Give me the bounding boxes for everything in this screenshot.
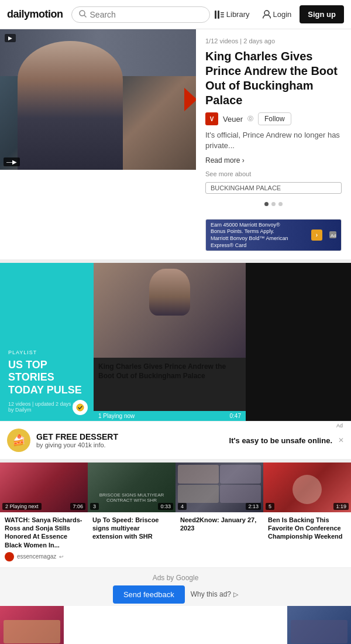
logo: dailymotion bbox=[7, 8, 63, 20]
ad-unsafe-text: It's easy to be unsafe online. bbox=[229, 436, 332, 445]
ad-text-2: Bonus Points. Terms Apply. bbox=[211, 228, 307, 235]
video-title-4: Ben Is Backing This Favorite On Conferen… bbox=[268, 516, 346, 541]
video-grid-section: 2 Playing next 7:06 WATCH: Sanya Richard… bbox=[0, 463, 351, 567]
video-num-4: 5 bbox=[266, 503, 274, 510]
svg-rect-6 bbox=[221, 16, 224, 18]
svg-point-10 bbox=[77, 404, 84, 411]
video-duration-4: 1:19 bbox=[333, 503, 349, 510]
svg-rect-5 bbox=[221, 14, 224, 15]
video-grid: 2 Playing next 7:06 WATCH: Sanya Richard… bbox=[0, 463, 351, 567]
video-cell-3[interactable]: 4 2:13 Need2Know: January 27, 2023 bbox=[176, 463, 263, 567]
playing-badge: 1 Playing now 0:47 bbox=[94, 411, 246, 421]
video-duration-3: 2:13 bbox=[246, 503, 261, 510]
dot-3 bbox=[278, 202, 283, 206]
read-more-link[interactable]: Read more › bbox=[205, 156, 342, 165]
video-title-1: WATCH: Sanya Richards-Ross and Sonja Sti… bbox=[5, 516, 83, 549]
video-num-3: 4 bbox=[178, 503, 187, 510]
playlist-section: PLAYLIST US TOP STORIES TODAY PULSE 12 v… bbox=[0, 263, 351, 463]
red-arrow-icon bbox=[184, 88, 196, 111]
play-icon: ▷ bbox=[233, 591, 238, 598]
bottom-thumb-right[interactable] bbox=[287, 606, 351, 644]
ad-text-3: Marriott Bonvoy Bold™ American Express® … bbox=[211, 235, 307, 249]
ads-by-google-section: Ads by Google Send feedback Why this ad?… bbox=[0, 567, 351, 606]
channel-row: V Veuer ⓪ Follow bbox=[205, 112, 342, 125]
svg-rect-2 bbox=[215, 11, 216, 19]
dot-2 bbox=[271, 202, 276, 206]
dot-1 bbox=[264, 202, 269, 206]
feedback-row: Send feedback Why this ad? ▷ bbox=[0, 585, 351, 604]
ad-dessert-icon: 🍰 bbox=[7, 429, 30, 452]
svg-text:Ad: Ad bbox=[331, 233, 336, 238]
svg-rect-4 bbox=[221, 12, 224, 13]
video-duration-1: 7:06 bbox=[70, 503, 85, 510]
library-icon bbox=[215, 11, 224, 19]
ad-text-1: Earn 45000 Marriott Bonvoy® bbox=[211, 222, 307, 229]
video-thumb-3: 4 2:13 bbox=[176, 463, 263, 512]
playlist-check-icon bbox=[73, 400, 88, 415]
user-icon bbox=[263, 10, 271, 19]
video-thumb-1: 2 Playing next 7:06 bbox=[0, 463, 88, 512]
featured-title: King Charles Gives Prince Andrew the Boo… bbox=[205, 49, 342, 108]
search-input[interactable] bbox=[90, 10, 202, 19]
play-indicator: —▶ bbox=[4, 157, 20, 166]
video-duration-2: 0:33 bbox=[158, 503, 173, 510]
library-label: Library bbox=[226, 10, 250, 19]
bottom-thumbs bbox=[0, 606, 351, 644]
black-thumb bbox=[246, 263, 351, 421]
signup-button[interactable]: Sign up bbox=[300, 5, 344, 23]
playlist-card[interactable]: PLAYLIST US TOP STORIES TODAY PULSE 12 v… bbox=[0, 263, 94, 421]
channel-name-1: essencemagaz bbox=[17, 553, 56, 560]
video-thumb-2: 3 0:33 BRISCOE SIGNS MULTIYEAR CONTRACT … bbox=[88, 463, 176, 512]
video-overlay-text-2: BRISCOE SIGNS MULTIYEAR CONTRACT WITH SH… bbox=[92, 492, 171, 503]
ad-badge: Ad bbox=[329, 230, 336, 241]
ad-close-icon[interactable]: ✕ bbox=[338, 436, 344, 444]
playlist-label: PLAYLIST bbox=[8, 350, 85, 355]
login-label: Login bbox=[273, 10, 292, 19]
svg-point-0 bbox=[80, 11, 85, 16]
featured-info: 1/12 videos | 2 days ago King Charles Gi… bbox=[196, 29, 351, 259]
login-button[interactable]: Login bbox=[258, 6, 297, 22]
video-cell-4[interactable]: 5 1:19 Ben Is Backing This Favorite On C… bbox=[263, 463, 351, 567]
svg-line-1 bbox=[84, 15, 87, 18]
ad-banner: Earn 45000 Marriott Bonvoy® Bonus Points… bbox=[205, 219, 342, 251]
see-more-label: See more about bbox=[205, 170, 342, 177]
channel-avatar-1 bbox=[5, 552, 14, 561]
playlist-grid: PLAYLIST US TOP STORIES TODAY PULSE 12 v… bbox=[0, 263, 351, 421]
bottom-thumb-left[interactable] bbox=[0, 606, 64, 644]
video-channel-1: essencemagaz ↩ bbox=[5, 552, 83, 561]
channel-avatar: V bbox=[205, 112, 218, 125]
video-title-3: Need2Know: January 27, 2023 bbox=[180, 516, 259, 533]
channel-name: Veuer bbox=[223, 115, 243, 124]
featured-section: ▶ —▶ 1/12 videos | 2 days ago King Charl… bbox=[0, 29, 351, 263]
svg-rect-3 bbox=[218, 11, 219, 19]
arrow-icon-1: ↩ bbox=[59, 554, 64, 560]
search-icon bbox=[79, 10, 87, 19]
send-feedback-button[interactable]: Send feedback bbox=[113, 585, 185, 604]
video-title-2: Up To Speed: Briscoe signs multiyear ext… bbox=[92, 516, 171, 541]
playlist-title: US TOP STORIES TODAY PULSE bbox=[8, 359, 85, 397]
why-ad-link[interactable]: Why this ad? ▷ bbox=[191, 590, 238, 598]
video-cell-1[interactable]: 2 Playing next 7:06 WATCH: Sanya Richard… bbox=[0, 463, 88, 567]
video-num-2: 3 bbox=[90, 503, 99, 510]
playlist-badge: ▶ bbox=[5, 34, 16, 42]
buckingham-tag[interactable]: BUCKINGHAM PALACE bbox=[205, 182, 342, 194]
follow-button[interactable]: Follow bbox=[258, 112, 291, 125]
video-info-3: Need2Know: January 27, 2023 bbox=[176, 512, 263, 539]
featured-meta: 1/12 videos | 2 days ago bbox=[205, 37, 342, 44]
now-playing-thumb[interactable]: 1 Playing now 0:47 King Charles Gives Pr… bbox=[94, 263, 246, 421]
ad-dessert-text: GET FREE DESSERT by giving your 401k inf… bbox=[36, 432, 223, 448]
ad-cta-button[interactable]: › bbox=[311, 229, 322, 241]
ad-badge-label: Ad bbox=[336, 423, 343, 429]
search-bar[interactable] bbox=[71, 6, 210, 23]
featured-thumbnail[interactable]: ▶ —▶ bbox=[0, 29, 196, 170]
video-cell-2[interactable]: 3 0:33 BRISCOE SIGNS MULTIYEAR CONTRACT … bbox=[88, 463, 176, 567]
header-actions: Library Login Sign up bbox=[210, 5, 344, 23]
bottom-center-space bbox=[64, 606, 287, 644]
video-info-2: Up To Speed: Briscoe signs multiyear ext… bbox=[88, 512, 176, 547]
video-num-1: 2 Playing next bbox=[2, 503, 42, 510]
library-button[interactable]: Library bbox=[210, 6, 254, 22]
video-thumb-4: 5 1:19 bbox=[263, 463, 351, 512]
verified-icon: ⓪ bbox=[247, 115, 253, 123]
playing-desc: King Charles Gives Prince Andrew the Boo… bbox=[94, 358, 246, 385]
featured-description: It's official, Prince Andrew no longer h… bbox=[205, 130, 342, 151]
